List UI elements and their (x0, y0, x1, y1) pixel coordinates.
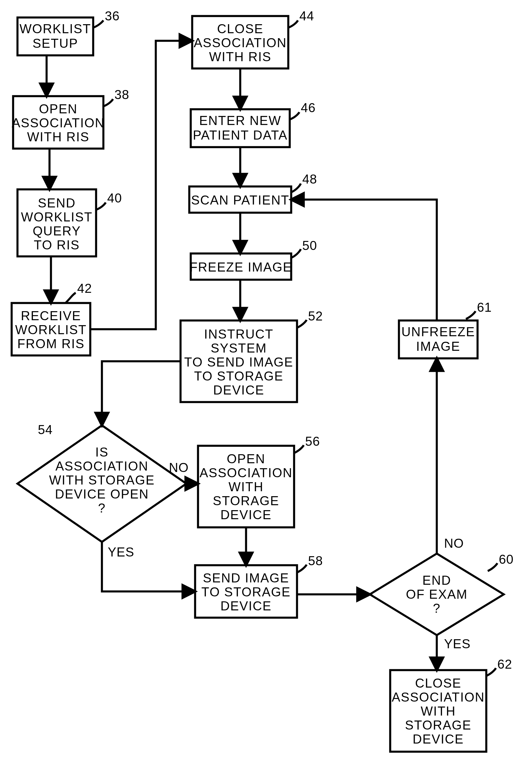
node-text: OPEN (227, 452, 266, 466)
node-text: DEVICE (413, 732, 464, 746)
node-text: SEND IMAGE (203, 571, 289, 585)
node-enter-patient-data: ENTER NEW PATIENT DATA (191, 109, 290, 147)
node-label: 50 (302, 238, 317, 252)
edge-label-yes: YES (108, 545, 134, 559)
node-send-worklist-query: SEND WORKLIST QUERY TO RIS (17, 189, 96, 256)
node-text: DEVICE (213, 383, 264, 397)
node-text: TO STORAGE (194, 369, 284, 383)
node-text: INSTRUCT (204, 327, 273, 341)
flowchart: WORKLIST SETUP 36 OPEN ASSOCIATION WITH … (0, 0, 532, 768)
node-send-image-storage: SEND IMAGE TO STORAGE DEVICE (195, 565, 297, 618)
node-text: WITH RIS (27, 130, 89, 144)
node-is-association-open: IS ASSOCIATION WITH STORAGE DEVICE OPEN … (17, 426, 186, 542)
node-text: END (423, 573, 451, 587)
node-text: ASSOCIATION (199, 466, 292, 480)
node-unfreeze-image: UNFREEZE IMAGE (399, 320, 478, 358)
node-instruct-send-image: INSTRUCT SYSTEM TO SEND IMAGE TO STORAGE… (181, 320, 297, 402)
node-text: TO RIS (34, 238, 80, 252)
node-text: TO STORAGE (202, 585, 291, 599)
node-text: UNFREEZE (401, 324, 475, 339)
edge-label-no: NO (169, 460, 189, 475)
node-text: WITH (421, 704, 456, 718)
node-text: WITH RIS (209, 50, 271, 64)
node-label: 54 (38, 423, 53, 437)
node-label: 61 (477, 300, 492, 314)
node-label: 52 (308, 309, 323, 323)
node-text: DEVICE OPEN (55, 487, 149, 501)
node-label: 44 (299, 9, 314, 23)
node-text: FREEZE IMAGE (190, 260, 292, 274)
node-label: 56 (305, 434, 320, 449)
node-text: ASSOCIATION (55, 459, 148, 473)
node-label: 62 (497, 657, 512, 671)
edge-52-54 (102, 361, 181, 426)
edge-label-no: NO (444, 536, 464, 550)
node-text: IS (95, 445, 109, 459)
edge-42-44 (90, 41, 192, 329)
node-freeze-image: FREEZE IMAGE (190, 253, 292, 280)
node-open-association-ris: OPEN ASSOCIATION WITH RIS (12, 96, 105, 149)
node-text: STORAGE (213, 494, 279, 508)
node-text: CLOSE (217, 22, 263, 36)
node-label: 48 (302, 172, 317, 186)
node-text: IMAGE (416, 339, 460, 353)
node-text: STORAGE (405, 718, 471, 732)
node-text: PATIENT DATA (193, 128, 288, 142)
node-open-association-storage: OPEN ASSOCIATION WITH STORAGE DEVICE (198, 446, 294, 527)
node-label: 60 (499, 552, 514, 566)
node-text: RECEIVE (21, 308, 81, 323)
node-close-association-storage: CLOSE ASSOCIATION WITH STORAGE DEVICE (390, 670, 486, 752)
node-text: WITH STORAGE (49, 473, 155, 487)
node-text: QUERY (33, 224, 81, 238)
node-text: WORKLIST (20, 22, 91, 36)
node-text: OF EXAM (406, 587, 468, 601)
node-label: 38 (114, 87, 129, 102)
node-text: SYSTEM (211, 341, 267, 355)
node-label: 40 (107, 191, 122, 205)
node-text: ? (433, 601, 441, 615)
node-scan-patient: SCAN PATIENT (189, 186, 291, 213)
node-text: ASSOCIATION (12, 116, 105, 130)
node-text: DEVICE (220, 508, 272, 522)
node-close-association-ris: CLOSE ASSOCIATION WITH RIS (192, 16, 288, 68)
node-text: OPEN (39, 102, 78, 116)
node-text: WITH (229, 480, 264, 494)
node-text: WORKLIST (21, 210, 93, 224)
node-text: ASSOCIATION (194, 36, 287, 50)
edge-label-yes: YES (444, 637, 471, 651)
node-label: 36 (105, 9, 120, 23)
node-text: ENTER NEW (199, 113, 281, 128)
node-text: FROM RIS (17, 336, 84, 351)
node-label: 58 (308, 554, 323, 568)
node-text: TO SEND IMAGE (184, 355, 294, 369)
node-label: 46 (301, 100, 316, 115)
node-text: SCAN PATIENT (191, 193, 289, 207)
edge-61-48 (291, 199, 437, 320)
node-text: CLOSE (415, 676, 461, 690)
node-text: ? (98, 501, 106, 515)
node-text: DEVICE (220, 599, 272, 613)
node-text: ASSOCIATION (392, 690, 485, 704)
node-text: SEND (38, 196, 76, 210)
node-text: WORKLIST (15, 322, 87, 337)
node-receive-worklist: RECEIVE WORKLIST FROM RIS (12, 303, 90, 355)
node-worklist-setup: WORKLIST SETUP (17, 17, 93, 55)
node-label: 42 (77, 281, 92, 295)
node-text: SETUP (33, 36, 78, 50)
node-end-of-exam: END OF EXAM ? (370, 554, 504, 635)
